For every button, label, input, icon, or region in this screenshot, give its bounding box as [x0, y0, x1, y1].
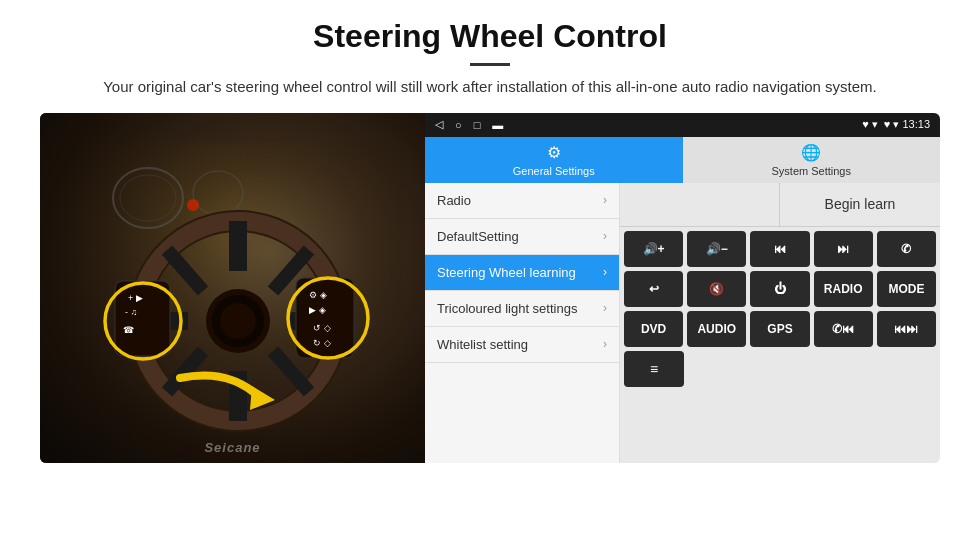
- chevron-icon: ›: [603, 301, 607, 315]
- menu-item-steering-wheel[interactable]: Steering Wheel learning ›: [425, 255, 619, 291]
- vol-up-button[interactable]: 🔊+: [624, 231, 683, 267]
- menu-list-button[interactable]: ≡: [624, 351, 684, 387]
- settings-tabs: ⚙ General Settings 🌐 System Settings: [425, 137, 940, 183]
- begin-learn-button[interactable]: Begin learn: [780, 183, 940, 226]
- svg-point-4: [187, 199, 199, 211]
- gps-label: GPS: [767, 322, 792, 336]
- android-panel: ◁ ○ □ ▬ ♥ ▾ ♥ ▾ 13:13 ⚙ General Settings…: [425, 113, 940, 463]
- radio-button[interactable]: RADIO: [814, 271, 873, 307]
- call-accept-icon: ↩: [649, 282, 659, 296]
- svg-text:⚙  ◈: ⚙ ◈: [309, 290, 327, 300]
- left-menu: Radio › DefaultSetting › Steering Wheel …: [425, 183, 620, 463]
- vol-down-button[interactable]: 🔊−: [687, 231, 746, 267]
- prev-track-button[interactable]: ⏮: [750, 231, 809, 267]
- tab-general-settings[interactable]: ⚙ General Settings: [425, 137, 683, 183]
- content-area: + ▶ - ♫ ☎ ⚙ ◈ ▶ ◈ ↺ ◇ ↻ ◇: [40, 113, 940, 463]
- prev-track-icon: ⏮: [774, 242, 786, 256]
- general-settings-icon: ⚙: [547, 143, 561, 162]
- clock: ♥ ▾ 13:13: [884, 118, 930, 131]
- mode-button[interactable]: MODE: [877, 271, 936, 307]
- audio-button[interactable]: AUDIO: [687, 311, 746, 347]
- status-bar: ◁ ○ □ ▬ ♥ ▾ ♥ ▾ 13:13: [425, 113, 940, 137]
- back-icon: ◁: [435, 118, 443, 131]
- menu-item-default-setting[interactable]: DefaultSetting ›: [425, 219, 619, 255]
- dvd-button[interactable]: DVD: [624, 311, 683, 347]
- phone-icon: ✆: [901, 242, 911, 256]
- recent-icon: □: [474, 119, 481, 131]
- chevron-icon: ›: [603, 337, 607, 351]
- tab-general-label: General Settings: [513, 165, 595, 177]
- svg-text:▶  ◈: ▶ ◈: [309, 305, 326, 315]
- seek-icon: ⏮⏭: [894, 322, 918, 336]
- page-container: Steering Wheel Control Your original car…: [0, 0, 980, 546]
- tab-system-label: System Settings: [772, 165, 851, 177]
- settings-main: Radio › DefaultSetting › Steering Wheel …: [425, 183, 940, 463]
- chevron-icon: ›: [603, 265, 607, 279]
- svg-text:+  ▶: + ▶: [128, 293, 143, 303]
- power-button[interactable]: ⏻: [750, 271, 809, 307]
- car-image-inner: + ▶ - ♫ ☎ ⚙ ◈ ▶ ◈ ↺ ◇ ↻ ◇: [40, 113, 425, 463]
- blank-area: [620, 183, 780, 226]
- status-bar-left: ◁ ○ □ ▬: [435, 118, 503, 131]
- car-image: + ▶ - ♫ ☎ ⚙ ◈ ▶ ◈ ↺ ◇ ↻ ◇: [40, 113, 425, 463]
- power-icon: ⏻: [774, 282, 786, 296]
- menu-item-whitelist[interactable]: Whitelist setting ›: [425, 327, 619, 363]
- menu-list-icon: ≡: [650, 361, 658, 377]
- mute-button[interactable]: 🔇: [687, 271, 746, 307]
- radio-label: RADIO: [824, 282, 863, 296]
- control-grid-row2: ↩ 🔇 ⏻ RADIO MODE: [620, 271, 940, 311]
- seicane-watermark: Seicane: [204, 440, 260, 455]
- vol-up-icon: 🔊+: [643, 242, 665, 256]
- chevron-icon: ›: [603, 193, 607, 207]
- mode-label: MODE: [888, 282, 924, 296]
- control-grid-row3: DVD AUDIO GPS ✆⏮ ⏮⏭: [620, 311, 940, 351]
- gps-button[interactable]: GPS: [750, 311, 809, 347]
- page-title: Steering Wheel Control: [313, 18, 667, 55]
- page-subtitle: Your original car's steering wheel contr…: [103, 76, 877, 99]
- home-icon: ○: [455, 119, 462, 131]
- status-bar-right: ♥ ▾ ♥ ▾ 13:13: [862, 118, 930, 131]
- menu-item-radio[interactable]: Radio ›: [425, 183, 619, 219]
- seek-button[interactable]: ⏮⏭: [877, 311, 936, 347]
- menu-whitelist-label: Whitelist setting: [437, 337, 528, 352]
- phone-button[interactable]: ✆: [877, 231, 936, 267]
- svg-text:-   ♫: - ♫: [125, 307, 137, 317]
- audio-label: AUDIO: [697, 322, 736, 336]
- next-track-icon: ⏭: [837, 242, 849, 256]
- next-track-button[interactable]: ⏭: [814, 231, 873, 267]
- tab-system-settings[interactable]: 🌐 System Settings: [683, 137, 941, 183]
- vol-down-icon: 🔊−: [706, 242, 728, 256]
- mute-icon: 🔇: [709, 282, 724, 296]
- svg-point-17: [220, 303, 256, 339]
- system-settings-icon: 🌐: [801, 143, 821, 162]
- top-row: Begin learn: [620, 183, 940, 227]
- chevron-icon: ›: [603, 229, 607, 243]
- yellow-arrow-icon: [170, 358, 290, 438]
- svg-text:☎: ☎: [123, 325, 134, 335]
- control-last-row: ≡: [620, 351, 940, 391]
- svg-text:↺  ◇: ↺ ◇: [313, 323, 331, 333]
- screenshot-icon: ▬: [492, 119, 503, 131]
- signal-icon: ♥ ▾: [862, 118, 878, 131]
- menu-item-tricoloured[interactable]: Tricoloured light settings ›: [425, 291, 619, 327]
- dvd-label: DVD: [641, 322, 666, 336]
- menu-steering-label: Steering Wheel learning: [437, 265, 576, 280]
- menu-tricoloured-label: Tricoloured light settings: [437, 301, 577, 316]
- right-control-panel: Begin learn 🔊+ 🔊− ⏮: [620, 183, 940, 463]
- menu-radio-label: Radio: [437, 193, 471, 208]
- phone-prev-icon: ✆⏮: [832, 322, 854, 336]
- svg-text:↻  ◇: ↻ ◇: [313, 338, 331, 348]
- control-grid-row1: 🔊+ 🔊− ⏮ ⏭ ✆: [620, 227, 940, 271]
- svg-marker-30: [250, 386, 275, 410]
- title-divider: [470, 63, 510, 66]
- phone-prev-button[interactable]: ✆⏮: [814, 311, 873, 347]
- menu-default-label: DefaultSetting: [437, 229, 519, 244]
- call-accept-button[interactable]: ↩: [624, 271, 683, 307]
